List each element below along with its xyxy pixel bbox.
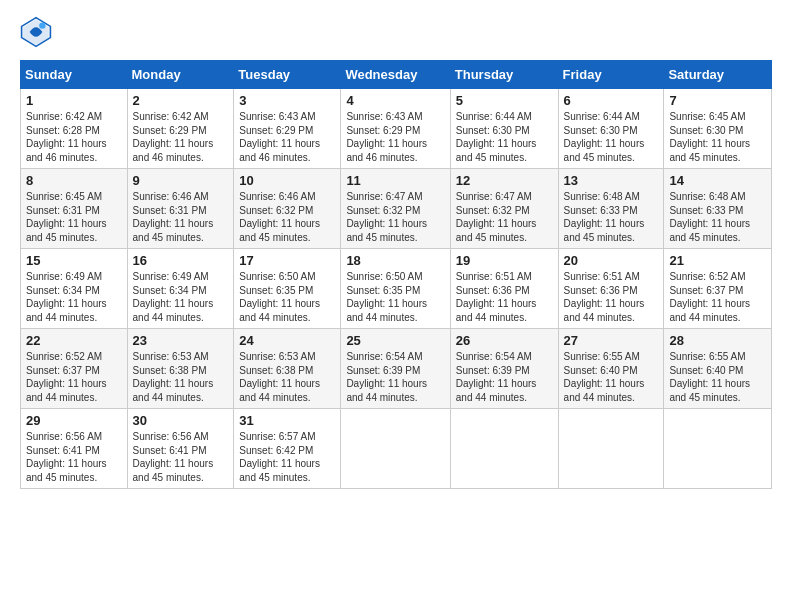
- calendar-cell: 25 Sunrise: 6:54 AMSunset: 6:39 PMDaylig…: [341, 329, 450, 409]
- day-detail: Sunrise: 6:51 AMSunset: 6:36 PMDaylight:…: [456, 271, 537, 323]
- day-detail: Sunrise: 6:57 AMSunset: 6:42 PMDaylight:…: [239, 431, 320, 483]
- day-detail: Sunrise: 6:56 AMSunset: 6:41 PMDaylight:…: [26, 431, 107, 483]
- day-detail: Sunrise: 6:42 AMSunset: 6:29 PMDaylight:…: [133, 111, 214, 163]
- calendar-cell: 23 Sunrise: 6:53 AMSunset: 6:38 PMDaylig…: [127, 329, 234, 409]
- calendar-cell: 9 Sunrise: 6:46 AMSunset: 6:31 PMDayligh…: [127, 169, 234, 249]
- calendar-cell: 3 Sunrise: 6:43 AMSunset: 6:29 PMDayligh…: [234, 89, 341, 169]
- weekday-header-wednesday: Wednesday: [341, 61, 450, 89]
- day-detail: Sunrise: 6:44 AMSunset: 6:30 PMDaylight:…: [456, 111, 537, 163]
- day-number: 2: [133, 93, 229, 108]
- calendar-cell: 1 Sunrise: 6:42 AMSunset: 6:28 PMDayligh…: [21, 89, 128, 169]
- calendar-cell: 7 Sunrise: 6:45 AMSunset: 6:30 PMDayligh…: [664, 89, 772, 169]
- calendar-cell: 21 Sunrise: 6:52 AMSunset: 6:37 PMDaylig…: [664, 249, 772, 329]
- day-detail: Sunrise: 6:42 AMSunset: 6:28 PMDaylight:…: [26, 111, 107, 163]
- week-row-3: 15 Sunrise: 6:49 AMSunset: 6:34 PMDaylig…: [21, 249, 772, 329]
- day-number: 11: [346, 173, 444, 188]
- day-detail: Sunrise: 6:48 AMSunset: 6:33 PMDaylight:…: [669, 191, 750, 243]
- calendar-cell: [664, 409, 772, 489]
- calendar-cell: [558, 409, 664, 489]
- week-row-2: 8 Sunrise: 6:45 AMSunset: 6:31 PMDayligh…: [21, 169, 772, 249]
- day-detail: Sunrise: 6:52 AMSunset: 6:37 PMDaylight:…: [669, 271, 750, 323]
- day-detail: Sunrise: 6:50 AMSunset: 6:35 PMDaylight:…: [239, 271, 320, 323]
- calendar-cell: 10 Sunrise: 6:46 AMSunset: 6:32 PMDaylig…: [234, 169, 341, 249]
- calendar-cell: 2 Sunrise: 6:42 AMSunset: 6:29 PMDayligh…: [127, 89, 234, 169]
- day-detail: Sunrise: 6:45 AMSunset: 6:30 PMDaylight:…: [669, 111, 750, 163]
- day-detail: Sunrise: 6:55 AMSunset: 6:40 PMDaylight:…: [564, 351, 645, 403]
- day-number: 23: [133, 333, 229, 348]
- weekday-header-sunday: Sunday: [21, 61, 128, 89]
- calendar-cell: 26 Sunrise: 6:54 AMSunset: 6:39 PMDaylig…: [450, 329, 558, 409]
- day-number: 6: [564, 93, 659, 108]
- day-detail: Sunrise: 6:55 AMSunset: 6:40 PMDaylight:…: [669, 351, 750, 403]
- calendar-cell: 17 Sunrise: 6:50 AMSunset: 6:35 PMDaylig…: [234, 249, 341, 329]
- day-number: 29: [26, 413, 122, 428]
- day-number: 1: [26, 93, 122, 108]
- day-number: 26: [456, 333, 553, 348]
- day-number: 13: [564, 173, 659, 188]
- calendar-cell: 15 Sunrise: 6:49 AMSunset: 6:34 PMDaylig…: [21, 249, 128, 329]
- day-number: 16: [133, 253, 229, 268]
- day-detail: Sunrise: 6:46 AMSunset: 6:32 PMDaylight:…: [239, 191, 320, 243]
- calendar-cell: 12 Sunrise: 6:47 AMSunset: 6:32 PMDaylig…: [450, 169, 558, 249]
- calendar-cell: 8 Sunrise: 6:45 AMSunset: 6:31 PMDayligh…: [21, 169, 128, 249]
- calendar-cell: 30 Sunrise: 6:56 AMSunset: 6:41 PMDaylig…: [127, 409, 234, 489]
- day-detail: Sunrise: 6:54 AMSunset: 6:39 PMDaylight:…: [346, 351, 427, 403]
- weekday-header-friday: Friday: [558, 61, 664, 89]
- day-number: 24: [239, 333, 335, 348]
- day-number: 7: [669, 93, 766, 108]
- calendar-cell: 29 Sunrise: 6:56 AMSunset: 6:41 PMDaylig…: [21, 409, 128, 489]
- day-detail: Sunrise: 6:48 AMSunset: 6:33 PMDaylight:…: [564, 191, 645, 243]
- week-row-4: 22 Sunrise: 6:52 AMSunset: 6:37 PMDaylig…: [21, 329, 772, 409]
- day-number: 14: [669, 173, 766, 188]
- calendar-cell: 27 Sunrise: 6:55 AMSunset: 6:40 PMDaylig…: [558, 329, 664, 409]
- weekday-header-saturday: Saturday: [664, 61, 772, 89]
- day-detail: Sunrise: 6:49 AMSunset: 6:34 PMDaylight:…: [26, 271, 107, 323]
- day-detail: Sunrise: 6:49 AMSunset: 6:34 PMDaylight:…: [133, 271, 214, 323]
- day-number: 27: [564, 333, 659, 348]
- weekday-header-row: SundayMondayTuesdayWednesdayThursdayFrid…: [21, 61, 772, 89]
- week-row-5: 29 Sunrise: 6:56 AMSunset: 6:41 PMDaylig…: [21, 409, 772, 489]
- calendar-cell: [341, 409, 450, 489]
- day-number: 18: [346, 253, 444, 268]
- calendar-cell: 13 Sunrise: 6:48 AMSunset: 6:33 PMDaylig…: [558, 169, 664, 249]
- day-detail: Sunrise: 6:52 AMSunset: 6:37 PMDaylight:…: [26, 351, 107, 403]
- day-detail: Sunrise: 6:53 AMSunset: 6:38 PMDaylight:…: [133, 351, 214, 403]
- calendar-cell: 31 Sunrise: 6:57 AMSunset: 6:42 PMDaylig…: [234, 409, 341, 489]
- day-number: 17: [239, 253, 335, 268]
- day-detail: Sunrise: 6:44 AMSunset: 6:30 PMDaylight:…: [564, 111, 645, 163]
- day-number: 12: [456, 173, 553, 188]
- calendar-cell: 5 Sunrise: 6:44 AMSunset: 6:30 PMDayligh…: [450, 89, 558, 169]
- day-number: 15: [26, 253, 122, 268]
- day-number: 21: [669, 253, 766, 268]
- calendar-cell: 22 Sunrise: 6:52 AMSunset: 6:37 PMDaylig…: [21, 329, 128, 409]
- calendar-cell: 11 Sunrise: 6:47 AMSunset: 6:32 PMDaylig…: [341, 169, 450, 249]
- day-number: 5: [456, 93, 553, 108]
- day-detail: Sunrise: 6:45 AMSunset: 6:31 PMDaylight:…: [26, 191, 107, 243]
- calendar-cell: 14 Sunrise: 6:48 AMSunset: 6:33 PMDaylig…: [664, 169, 772, 249]
- calendar-table: SundayMondayTuesdayWednesdayThursdayFrid…: [20, 60, 772, 489]
- day-detail: Sunrise: 6:47 AMSunset: 6:32 PMDaylight:…: [456, 191, 537, 243]
- weekday-header-monday: Monday: [127, 61, 234, 89]
- day-detail: Sunrise: 6:51 AMSunset: 6:36 PMDaylight:…: [564, 271, 645, 323]
- day-detail: Sunrise: 6:43 AMSunset: 6:29 PMDaylight:…: [239, 111, 320, 163]
- day-detail: Sunrise: 6:47 AMSunset: 6:32 PMDaylight:…: [346, 191, 427, 243]
- day-detail: Sunrise: 6:53 AMSunset: 6:38 PMDaylight:…: [239, 351, 320, 403]
- day-number: 4: [346, 93, 444, 108]
- weekday-header-tuesday: Tuesday: [234, 61, 341, 89]
- day-number: 8: [26, 173, 122, 188]
- weekday-header-thursday: Thursday: [450, 61, 558, 89]
- page: SundayMondayTuesdayWednesdayThursdayFrid…: [0, 0, 792, 612]
- calendar-cell: 4 Sunrise: 6:43 AMSunset: 6:29 PMDayligh…: [341, 89, 450, 169]
- day-number: 20: [564, 253, 659, 268]
- day-number: 30: [133, 413, 229, 428]
- day-detail: Sunrise: 6:54 AMSunset: 6:39 PMDaylight:…: [456, 351, 537, 403]
- day-number: 28: [669, 333, 766, 348]
- week-row-1: 1 Sunrise: 6:42 AMSunset: 6:28 PMDayligh…: [21, 89, 772, 169]
- day-number: 9: [133, 173, 229, 188]
- header-area: [20, 16, 772, 48]
- calendar-cell: 6 Sunrise: 6:44 AMSunset: 6:30 PMDayligh…: [558, 89, 664, 169]
- day-number: 31: [239, 413, 335, 428]
- day-detail: Sunrise: 6:50 AMSunset: 6:35 PMDaylight:…: [346, 271, 427, 323]
- day-detail: Sunrise: 6:56 AMSunset: 6:41 PMDaylight:…: [133, 431, 214, 483]
- day-detail: Sunrise: 6:43 AMSunset: 6:29 PMDaylight:…: [346, 111, 427, 163]
